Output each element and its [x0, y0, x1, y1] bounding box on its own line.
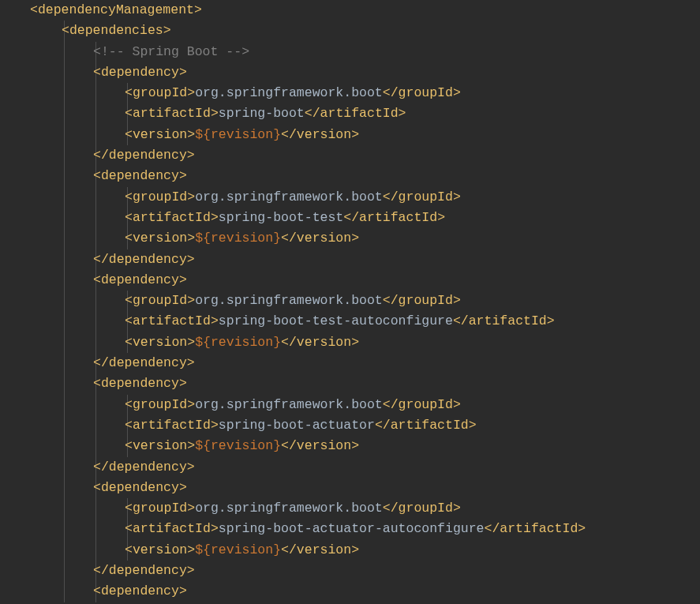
- dependencyManagement-open: <dependencyManagement>: [30, 0, 202, 21]
- groupId: <groupId>org.springframework.boot</group…: [125, 83, 461, 103]
- groupId: <groupId>org.springframework.boot</group…: [125, 187, 461, 208]
- dependency-close: </dependency>: [93, 561, 195, 581]
- artifactId: <artifactId>spring-boot-actuator</artifa…: [125, 415, 477, 436]
- artifactId: <artifactId>spring-boot-test-autoconfigu…: [125, 311, 555, 332]
- artifactId: <artifactId>spring-boot-actuator-autocon…: [125, 519, 586, 539]
- version: <version>${revision}</version>: [125, 540, 359, 561]
- dependencies-open: <dependencies>: [62, 21, 171, 41]
- dependency-close: </dependency>: [93, 353, 195, 373]
- version: <version>${revision}</version>: [125, 332, 359, 353]
- dependency-open: <dependency>: [93, 166, 187, 186]
- dependency-close: </dependency>: [93, 145, 195, 166]
- dependency-open: <dependency>: [93, 581, 187, 602]
- dependency-open: <dependency>: [93, 478, 187, 498]
- dependency-open: <dependency>: [93, 270, 187, 291]
- artifactId: <artifactId>spring-boot-test</artifactId…: [125, 208, 445, 228]
- dependency-close: </dependency>: [93, 457, 195, 478]
- comment-spring-boot: <!-- Spring Boot -->: [93, 42, 249, 62]
- version: <version>${revision}</version>: [125, 125, 359, 145]
- groupId: <groupId>org.springframework.boot</group…: [125, 291, 461, 311]
- code-editor: <dependencyManagement><dependencies><!--…: [0, 0, 700, 602]
- groupId: <groupId>org.springframework.boot</group…: [125, 395, 461, 415]
- dependency-open: <dependency>: [93, 373, 187, 394]
- groupId: <groupId>org.springframework.boot</group…: [125, 498, 461, 519]
- dependency-close: </dependency>: [93, 249, 195, 270]
- dependency-open: <dependency>: [93, 62, 187, 83]
- version: <version>${revision}</version>: [125, 436, 359, 456]
- artifactId: <artifactId>spring-boot</artifactId>: [125, 103, 406, 124]
- version: <version>${revision}</version>: [125, 228, 359, 249]
